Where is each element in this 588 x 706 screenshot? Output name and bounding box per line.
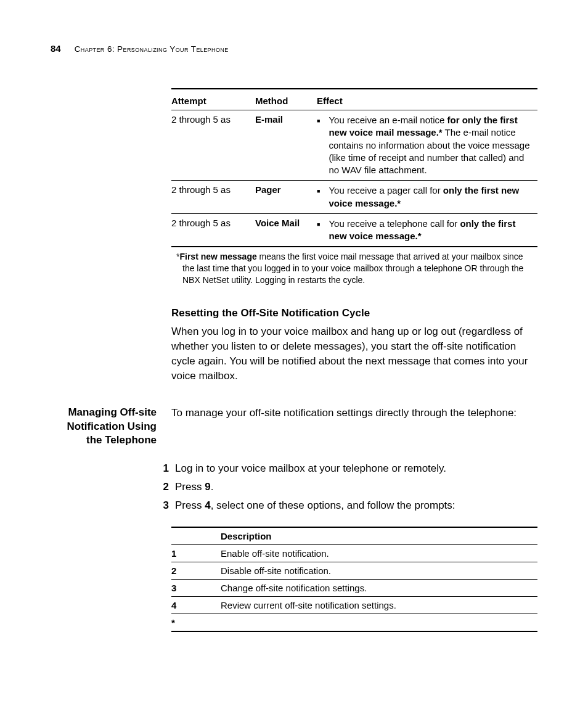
table-row: 1 Enable off-site notification. — [171, 544, 537, 562]
side-body: To manage your off-site notification set… — [171, 406, 537, 447]
option-key: 2 — [171, 562, 221, 579]
col-method: Method — [255, 89, 317, 110]
option-description: Disable off-site notification. — [221, 562, 537, 579]
side-heading-section: Managing Off-site Notification Using the… — [51, 406, 537, 447]
step-number: 1 — [155, 462, 169, 475]
option-key: 4 — [171, 596, 221, 614]
cell-method: Pager — [255, 181, 317, 214]
side-heading: Managing Off-site Notification Using the… — [51, 406, 171, 447]
cell-effect: ■ You receive a pager call for only the … — [317, 181, 537, 214]
document-page: 84 Chapter 6: Personalizing Your Telepho… — [0, 0, 588, 706]
col-key — [171, 527, 221, 545]
chapter-label: Chapter 6: Personalizing Your Telephone — [75, 44, 229, 54]
option-description: Change off-site notification settings. — [221, 579, 537, 596]
steps-column: 1 Log in to your voice mailbox at your t… — [171, 462, 537, 632]
subsection-heading: Resetting the Off-Site Notification Cycl… — [171, 307, 537, 319]
table-row: 2 Disable off-site notification. — [171, 562, 537, 579]
cell-attempt: 2 through 5 as — [171, 110, 255, 181]
step-item: 3 Press 4, select one of these options, … — [171, 499, 537, 512]
bullet-icon: ■ — [317, 117, 320, 176]
col-effect: Effect — [317, 89, 537, 110]
step-text: Press 9. — [175, 481, 213, 493]
cell-attempt: 2 through 5 as — [171, 181, 255, 214]
option-description: Review current off-site notification set… — [221, 596, 537, 614]
intro-paragraph: To manage your off-site notification set… — [171, 406, 537, 421]
options-table: Description 1 Enable off-site notificati… — [171, 527, 537, 632]
cell-attempt: 2 through 5 as — [171, 213, 255, 247]
notification-methods-table: Attempt Method Effect 2 through 5 as E-m… — [171, 88, 537, 247]
effect-text: You receive a telephone call for only th… — [329, 218, 533, 243]
page-number: 84 — [51, 43, 61, 54]
cell-effect: ■ You receive a telephone call for only … — [317, 213, 537, 247]
table-row: 4 Review current off-site notification s… — [171, 596, 537, 614]
effect-text: You receive a pager call for only the fi… — [329, 184, 533, 210]
cell-effect: ■ You receive an e-mail notice for only … — [317, 110, 537, 181]
option-key: 1 — [171, 544, 221, 562]
table-row: 2 through 5 as Pager ■ You receive a pag… — [171, 181, 537, 214]
running-header: 84 Chapter 6: Personalizing Your Telepho… — [51, 43, 537, 54]
table-row: 2 through 5 as E-mail ■ You receive an e… — [171, 110, 537, 181]
body-paragraph: When you log in to your voice mailbox an… — [171, 324, 537, 384]
cell-method: E-mail — [255, 110, 317, 181]
cell-method: Voice Mail — [255, 213, 317, 247]
step-text: Press 4, select one of these options, an… — [175, 499, 455, 512]
step-item: 1 Log in to your voice mailbox at your t… — [171, 462, 537, 475]
table-row: 3 Change off-site notification settings. — [171, 579, 537, 596]
step-text: Log in to your voice mailbox at your tel… — [175, 462, 446, 475]
table-footnote: *First new message means the first voice… — [171, 247, 537, 286]
table-row: * — [171, 614, 537, 631]
option-key: 3 — [171, 579, 221, 596]
table-row: 2 through 5 as Voice Mail ■ You receive … — [171, 213, 537, 247]
steps-list: 1 Log in to your voice mailbox at your t… — [171, 462, 537, 512]
effect-text: You receive an e-mail notice for only th… — [329, 114, 533, 176]
bullet-icon: ■ — [317, 221, 320, 243]
col-description: Description — [221, 527, 537, 545]
step-number: 2 — [155, 481, 169, 493]
main-content-column: Attempt Method Effect 2 through 5 as E-m… — [171, 88, 537, 384]
option-description — [221, 614, 537, 631]
option-description: Enable off-site notification. — [221, 544, 537, 562]
option-key: * — [171, 614, 221, 631]
bullet-icon: ■ — [317, 187, 320, 210]
step-item: 2 Press 9. — [171, 481, 537, 493]
step-number: 3 — [155, 499, 169, 512]
col-attempt: Attempt — [171, 89, 255, 110]
